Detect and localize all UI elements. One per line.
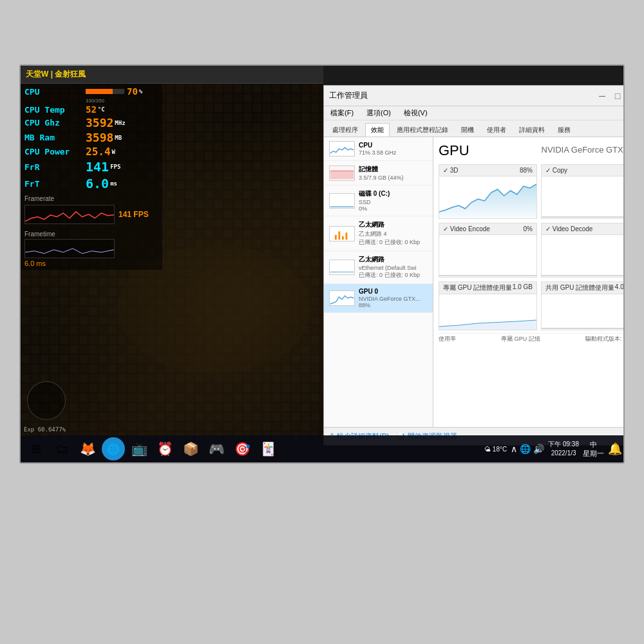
framerate-section: Framerate 141 FPS	[24, 195, 158, 225]
gpu-copy-header: ✓ Copy 0%	[542, 165, 625, 176]
gpu-driver-version: 驅動程式版本: 27.2...	[585, 335, 625, 343]
gpu-shared-graph	[542, 294, 625, 330]
volume-icon[interactable]: 🔊	[533, 444, 544, 454]
fps-graph	[24, 205, 115, 224]
cpu-power-value: 25.4	[86, 146, 111, 158]
cpu-label: CPU	[24, 87, 86, 97]
date-display: 2022/1/3	[548, 449, 579, 458]
taskbar-app-video[interactable]: 📺	[128, 437, 151, 460]
frametime-value: 6.0 ms	[24, 260, 158, 267]
menu-options[interactable]: 選項(O)	[363, 107, 395, 119]
network-icon[interactable]: 🌐	[520, 444, 531, 454]
taskmanager-window[interactable]: 工作管理員 ─ □ ✕ 檔案(F) 選項(O) 檢視(V) 處理程序 效能 應用…	[323, 85, 625, 446]
locale-lang: 中	[583, 440, 604, 449]
sidebar-item-gpu[interactable]: GPU 0 NVIDIA GeForce GTX...88%	[324, 284, 433, 313]
cpu-value: 70	[127, 86, 138, 97]
tab-processes[interactable]: 處理程序	[327, 123, 364, 137]
cpu-unit: %	[139, 88, 142, 95]
svg-rect-12	[342, 236, 344, 240]
frt-unit: ms	[110, 180, 117, 187]
frametime-graph	[24, 239, 115, 258]
gpu-3d-header: ✓ 3D 88%	[439, 165, 536, 176]
tab-users[interactable]: 使用者	[481, 123, 512, 137]
tab-app-history[interactable]: 應用程式歷程記錄	[391, 123, 454, 137]
taskbar-app-search[interactable]: 🗂	[50, 437, 73, 460]
game-content: CPU 70 % 330/350 CPU Temp 52 °C CPU Ghz	[21, 84, 323, 439]
gpu-model: NVIDIA GeForce GTX 650	[542, 145, 625, 155]
exp-bar: Exp 60.6477%	[24, 426, 66, 433]
gpu-decode-graph	[542, 235, 625, 277]
game-titlebar: 天堂W | 金射狂風	[21, 66, 323, 84]
gpu-process-name: GPU 0	[359, 288, 421, 295]
gpu-title: GPU	[439, 142, 469, 159]
gpu-3d-box: ✓ 3D 88%	[439, 164, 537, 219]
minimize-button[interactable]: ─	[596, 90, 609, 102]
menu-view[interactable]: 檢視(V)	[400, 107, 431, 119]
disk-process-desc: SSD0%	[359, 199, 390, 212]
eth2-process-desc: vEthernet (Default Swi已傳送: 0 已接收: 0 Kbp	[359, 265, 420, 279]
gpu-bottom-info: 使用率 專屬 GPU 記憶 驅動程式版本: 27.2...	[439, 333, 625, 345]
gpu-usage-rate-label: 使用率	[439, 335, 456, 343]
tab-performance[interactable]: 效能	[365, 123, 390, 137]
start-button[interactable]: ⊞	[24, 437, 48, 460]
cpu-power-unit: W	[112, 149, 115, 155]
menu-file[interactable]: 檔案(F)	[327, 107, 357, 119]
frt-row: FrT 6.0 ms	[24, 176, 158, 191]
sidebar-item-eth1[interactable]: 乙太網路 乙太網路 4已傳送: 0 已接收: 0 Kbp	[324, 216, 433, 251]
cpu-temp-label: CPU Temp	[24, 105, 86, 115]
gpu-copy-graph	[542, 176, 625, 218]
taskmanager-content: CPU 71% 3.58 GHz	[324, 137, 625, 427]
eth1-process-desc: 乙太網路 4已傳送: 0 已接收: 0 Kbp	[359, 230, 420, 247]
gpu-dedicated-mem-box: 專屬 GPU 記憶體使用量 1.0 GB	[439, 281, 537, 330]
tab-startup[interactable]: 開機	[455, 123, 480, 137]
taskbar-app-game2[interactable]: 🎯	[231, 437, 254, 460]
cpu-bar-fill	[86, 89, 113, 94]
cpu-bar	[86, 89, 124, 94]
gpu-copy-label: ✓ Copy	[545, 167, 567, 174]
taskbar-app-firefox[interactable]: 🦊	[76, 437, 99, 460]
taskbar-app-chrome[interactable]: 🌐	[102, 437, 125, 460]
gpu-encode-label: ✓ Video Encode	[443, 225, 490, 232]
gpu-detail-panel: GPU NVIDIA GeForce GTX 650 ✓ 3D 88%	[433, 137, 625, 427]
game-title: 天堂W | 金射狂風	[26, 69, 86, 80]
gpu-dedicated-header: 專屬 GPU 記憶體使用量 1.0 GB	[439, 282, 536, 294]
process-sidebar: CPU 71% 3.58 GHz	[324, 137, 433, 427]
cpu-ghz-unit: MHz	[115, 120, 125, 126]
gpu-encode-value: 0%	[524, 225, 533, 232]
disk-mini-graph	[329, 193, 355, 209]
gpu-dedicated-label: 專屬 GPU 記憶體使用量	[443, 283, 512, 292]
sidebar-item-disk[interactable]: 磁碟 0 (C:) SSD0%	[324, 185, 433, 216]
gpu-dedicated-mem-label: 專屬 GPU 記憶	[501, 335, 540, 343]
svg-marker-19	[439, 320, 536, 330]
weather-icon: 🌤	[484, 446, 491, 453]
tab-details[interactable]: 詳細資料	[513, 123, 551, 137]
expand-tray-icon[interactable]: ∧	[511, 444, 517, 454]
taskbar-app-store[interactable]: 📦	[179, 437, 202, 460]
gpu-mem-row: 專屬 GPU 記憶體使用量 1.0 GB 共	[439, 281, 625, 330]
taskbar-app-game1[interactable]: 🎮	[205, 437, 228, 460]
sidebar-item-cpu[interactable]: CPU 71% 3.58 GHz	[324, 137, 433, 161]
cpu-mini-graph	[329, 141, 355, 156]
tab-services[interactable]: 服務	[552, 123, 576, 137]
gpu-decode-label: ✓ Video Decode	[545, 225, 592, 232]
gpu-shared-header: 共用 GPU 記憶體使用量 4.0 GB	[542, 282, 625, 294]
minimap	[27, 381, 66, 420]
cpu-temp-unit: °C	[98, 106, 105, 113]
mem-mini-svg	[330, 166, 354, 180]
mem-process-name: 記憶體	[359, 165, 404, 174]
taskbar-app-game3[interactable]: 🃏	[256, 437, 279, 460]
gpu-decode-header: ✓ Video Decode 0%	[542, 223, 625, 235]
sidebar-item-eth2[interactable]: 乙太網路 vEthernet (Default Swi已傳送: 0 已接收: 0…	[324, 251, 433, 284]
gpu-encode-graph	[439, 235, 536, 277]
framerate-row: 141 FPS	[24, 204, 158, 225]
gpu-3d-label: ✓ 3D	[443, 167, 459, 174]
time-block[interactable]: 下午 09:38 2022/1/3	[548, 440, 579, 458]
maximize-button[interactable]: □	[611, 90, 624, 102]
mb-ram-label: MB Ram	[24, 133, 86, 142]
svg-marker-15	[439, 184, 536, 218]
taskbar-app-clock[interactable]: ⏰	[153, 437, 176, 460]
notification-icon[interactable]: 🔔	[608, 442, 622, 456]
gpu-mini-graph	[329, 290, 355, 306]
sidebar-item-memory[interactable]: 記憶體 3.5/7.9 GB (44%)	[324, 161, 433, 185]
screenshot-frame: 天堂W | 金射狂風	[19, 64, 625, 464]
